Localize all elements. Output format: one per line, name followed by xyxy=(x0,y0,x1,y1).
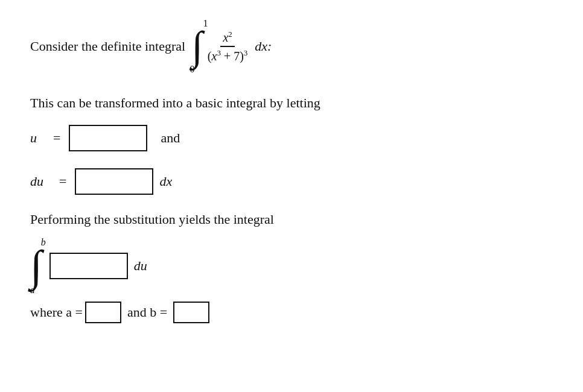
numerator-exp: 2 xyxy=(228,30,232,39)
du-row: du = dx xyxy=(30,168,553,195)
b-answer-box[interactable] xyxy=(173,302,209,323)
du-equals: = xyxy=(59,174,66,189)
main-integral: 1 ∫ 0 x2 (x3 + 7)3 dx: xyxy=(191,18,272,75)
result-integral-row: b ∫ a du xyxy=(30,237,553,296)
transform-text: This can be transformed into a basic int… xyxy=(30,93,553,113)
denom-exp2: 3 xyxy=(244,48,248,57)
fraction-denominator: (x3 + 7)3 xyxy=(205,47,250,63)
result-upper-limit: b xyxy=(41,237,46,248)
a-answer-box[interactable] xyxy=(85,302,121,323)
result-lower-limit: a xyxy=(30,285,35,296)
du-answer-box[interactable] xyxy=(75,168,153,195)
where-row: where a = and b = xyxy=(30,302,553,323)
du-label: du xyxy=(30,174,54,189)
result-integral-symbol: ∫ xyxy=(30,248,42,285)
where-a-text: where a = xyxy=(30,305,83,320)
intro-text: Consider the definite integral xyxy=(30,36,185,56)
denom-exp1: 3 xyxy=(217,48,221,57)
fraction-numerator: x2 xyxy=(220,30,234,47)
integral-symbol-main: ∫ xyxy=(191,29,203,64)
u-answer-box[interactable] xyxy=(69,125,147,151)
u-row: u = and xyxy=(30,125,553,151)
and-b-text: and b = xyxy=(127,305,167,320)
u-label: u xyxy=(30,130,48,146)
and-text: and xyxy=(161,130,180,146)
u-equals: = xyxy=(53,130,60,146)
dx-label: dx: xyxy=(255,39,272,54)
result-answer-box[interactable] xyxy=(49,253,128,279)
integral-upper-limit: 1 xyxy=(203,18,208,29)
substitution-text: Performing the substitution yields the i… xyxy=(30,212,553,227)
du-result-label: du xyxy=(134,258,147,274)
dx-suffix: dx xyxy=(159,174,172,189)
integrand-fraction: x2 (x3 + 7)3 xyxy=(205,30,250,63)
integral-lower-limit: 0 xyxy=(190,64,195,75)
